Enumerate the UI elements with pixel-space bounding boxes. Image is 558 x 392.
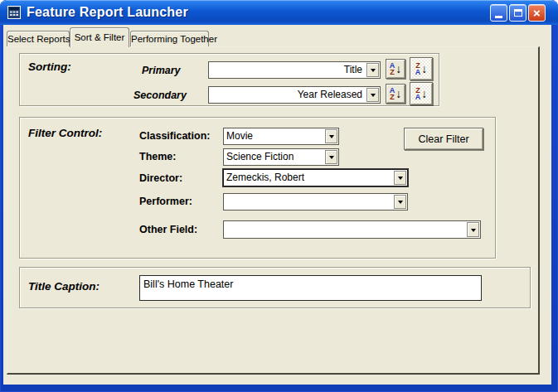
performer-value xyxy=(226,194,391,210)
tab-performing-together[interactable]: Performing Together xyxy=(130,31,209,46)
tab-sort-and-filter[interactable]: Sort & Filter xyxy=(70,27,129,47)
triangle-down-icon xyxy=(371,69,376,75)
letter-a-icon: A xyxy=(415,94,421,100)
filter-section-label: Filter Control: xyxy=(28,127,102,139)
sort-descending-secondary-button[interactable]: Z A ↓ xyxy=(410,82,433,105)
sort-descending-primary-button[interactable]: Z A ↓ xyxy=(410,57,433,80)
chevron-down-icon[interactable] xyxy=(366,88,379,102)
director-value: Zemeckis, Robert xyxy=(226,170,391,186)
down-arrow-icon: ↓ xyxy=(395,87,401,100)
close-icon: × xyxy=(533,5,541,21)
classification-select[interactable]: Movie xyxy=(223,128,339,145)
primary-sort-select[interactable]: Title xyxy=(208,61,381,79)
classification-value: Movie xyxy=(226,128,323,144)
maximize-icon xyxy=(514,9,522,17)
chevron-down-icon[interactable] xyxy=(394,195,406,209)
minimize-icon xyxy=(495,16,502,18)
titlebar[interactable]: Feature Report Launcher × xyxy=(0,0,558,25)
minimize-button[interactable] xyxy=(490,4,507,22)
other-field-value xyxy=(226,221,464,238)
triangle-down-icon xyxy=(371,94,376,99)
title-caption-group: Title Caption: xyxy=(19,267,531,308)
title-caption-label: Title Caption: xyxy=(28,280,99,293)
clear-filter-button[interactable]: Clear Filter xyxy=(404,128,483,150)
letter-a-icon: A xyxy=(415,69,421,75)
down-arrow-icon: ↓ xyxy=(421,87,427,100)
chevron-down-icon[interactable] xyxy=(325,150,337,164)
performer-label: Performer: xyxy=(139,196,192,207)
other-field-select[interactable] xyxy=(223,220,481,239)
letter-z-icon: Z xyxy=(390,69,395,75)
title-caption-input[interactable] xyxy=(139,275,482,301)
director-label: Director: xyxy=(139,172,182,184)
form-window-icon xyxy=(7,5,22,20)
tab-select-reports[interactable]: Select Reports xyxy=(7,31,70,46)
performer-select[interactable] xyxy=(223,193,408,211)
chevron-down-icon[interactable] xyxy=(467,222,479,237)
theme-label: Theme: xyxy=(139,151,176,162)
chevron-down-icon[interactable] xyxy=(366,63,379,77)
sort-ascending-primary-button[interactable]: A Z ↓ xyxy=(386,59,405,79)
window-title: Feature Report Launcher xyxy=(27,0,188,25)
primary-sort-label: Primary xyxy=(142,65,181,76)
theme-value: Science Fiction xyxy=(226,149,323,165)
triangle-down-icon xyxy=(398,201,403,206)
triangle-down-icon xyxy=(471,229,476,235)
theme-select[interactable]: Science Fiction xyxy=(223,148,339,166)
triangle-down-icon xyxy=(329,135,334,141)
sorting-group: Sorting: Primary Title A Z ↓ Z A ↓ Secon… xyxy=(19,53,439,106)
triangle-down-icon xyxy=(329,156,334,162)
secondary-sort-select[interactable]: Year Released xyxy=(208,86,381,104)
chevron-down-icon[interactable] xyxy=(394,171,406,185)
sort-ascending-secondary-button[interactable]: A Z ↓ xyxy=(386,84,405,104)
classification-label: Classification: xyxy=(139,130,210,142)
secondary-sort-label: Secondary xyxy=(133,90,187,101)
down-arrow-icon: ↓ xyxy=(421,62,427,75)
letter-z-icon: Z xyxy=(390,94,395,100)
sorting-section-label: Sorting: xyxy=(28,60,71,73)
down-arrow-icon: ↓ xyxy=(395,62,401,75)
close-button[interactable]: × xyxy=(528,4,546,22)
chevron-down-icon[interactable] xyxy=(325,129,337,143)
maximize-button[interactable] xyxy=(509,4,526,22)
other-field-label: Other Field: xyxy=(139,224,197,235)
filter-control-group: Filter Control: Classification: Movie Th… xyxy=(19,117,496,259)
triangle-down-icon xyxy=(398,177,403,182)
primary-sort-value: Title xyxy=(211,62,364,78)
director-select[interactable]: Zemeckis, Robert xyxy=(223,169,408,186)
feature-report-launcher-window: Feature Report Launcher × Select Reports… xyxy=(0,0,558,392)
secondary-sort-value: Year Released xyxy=(211,87,364,103)
